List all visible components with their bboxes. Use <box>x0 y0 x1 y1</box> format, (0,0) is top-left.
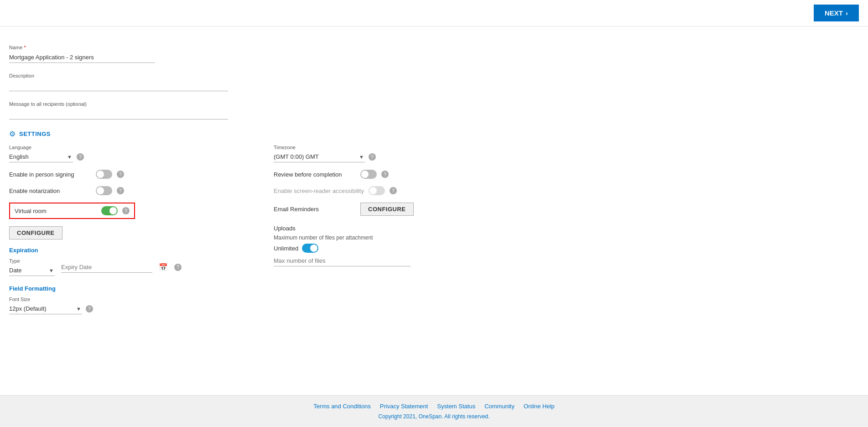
footer-company: OneSpan <box>418 413 442 420</box>
email-reminders-configure-button[interactable]: CONFIGURE <box>360 203 414 216</box>
virtual-room-label: Virtual room <box>15 208 97 214</box>
max-files-input[interactable] <box>274 255 411 266</box>
virtual-room-toggle[interactable] <box>101 206 118 215</box>
virtual-room-help-icon[interactable]: ? <box>122 207 130 214</box>
enable-notarization-toggle[interactable] <box>96 186 112 195</box>
font-size-select[interactable]: 12px (Default) 10px 14px 16px <box>9 303 82 314</box>
timezone-row: (GMT 0:00) GMT (GMT -5:00) EST ▼ ? <box>274 151 511 162</box>
next-button[interactable]: NEXT › <box>814 5 859 21</box>
expiration-title: Expiration <box>9 247 246 254</box>
screen-reader-toggle[interactable] <box>369 186 385 195</box>
timezone-help-icon[interactable]: ? <box>369 153 376 161</box>
description-field-group: Description <box>9 73 511 91</box>
enable-notarization-row: Enable notarization ? <box>9 186 246 195</box>
field-formatting-title: Field Formatting <box>9 285 246 292</box>
review-before-completion-toggle[interactable] <box>360 170 377 179</box>
footer-copyright-end: . All rights reserved. <box>442 413 489 420</box>
virtual-room-configure-button[interactable]: CONFIGURE <box>9 226 62 240</box>
enable-notarization-help-icon[interactable]: ? <box>117 187 124 194</box>
footer-links: Terms and Conditions Privacy Statement S… <box>9 403 859 410</box>
review-before-completion-label: Review before completion <box>274 171 356 178</box>
timezone-label: Timezone <box>274 145 511 150</box>
language-row: English French Spanish ▼ ? <box>9 151 246 162</box>
enable-notarization-label: Enable notarization <box>9 187 91 194</box>
footer: Terms and Conditions Privacy Statement S… <box>0 395 868 427</box>
settings-right-col: Timezone (GMT 0:00) GMT (GMT -5:00) EST … <box>274 145 511 321</box>
message-input[interactable] <box>9 109 228 120</box>
settings-title: SETTINGS <box>19 130 51 137</box>
message-field-group: Message to all recipients (optional) <box>9 101 511 120</box>
expiry-date-input[interactable] <box>61 262 152 273</box>
expiry-type-label: Type <box>9 258 55 264</box>
expiry-row: Type Date Days ▼ 📅 <box>9 258 246 276</box>
footer-copyright-text: Copyright 2021, <box>378 413 418 420</box>
language-group: Language English French Spanish ▼ ? <box>9 145 246 162</box>
unlimited-toggle[interactable] <box>302 244 318 253</box>
next-chevron-icon: › <box>846 9 848 17</box>
description-label: Description <box>9 73 511 78</box>
top-bar: NEXT › <box>0 0 868 26</box>
language-label: Language <box>9 145 246 150</box>
message-label: Message to all recipients (optional) <box>9 101 511 107</box>
unlimited-row: Unlimited <box>274 244 511 253</box>
page-wrapper: NEXT › Name Description Message to all r… <box>0 0 868 427</box>
review-help-icon[interactable]: ? <box>381 171 389 178</box>
enable-in-person-label: Enable in person signing <box>9 171 91 178</box>
enable-in-person-toggle[interactable] <box>96 170 112 179</box>
name-field-group: Name <box>9 45 511 63</box>
footer-link-system-status[interactable]: System Status <box>437 403 475 410</box>
settings-header: ⚙ SETTINGS <box>9 130 511 138</box>
font-size-row: 12px (Default) 10px 14px 16px ▼ ? <box>9 303 246 314</box>
uploads-max-label: Maximum number of files per attachment <box>274 234 511 241</box>
timezone-select-wrapper: (GMT 0:00) GMT (GMT -5:00) EST ▼ <box>274 151 365 162</box>
virtual-room-row: Virtual room ? <box>9 203 135 219</box>
virtual-room-group: Virtual room ? CONFIGURE <box>9 203 246 240</box>
settings-columns: Language English French Spanish ▼ ? <box>9 145 511 321</box>
language-select[interactable]: English French Spanish <box>9 151 73 162</box>
field-formatting-section: Field Formatting Font Size 12px (Default… <box>9 285 246 314</box>
review-before-completion-row: Review before completion ? <box>274 170 511 179</box>
name-label: Name <box>9 45 511 50</box>
enable-in-person-help-icon[interactable]: ? <box>117 171 124 178</box>
screen-reader-label: Enable screen-reader accessibility <box>274 187 364 194</box>
expiration-section: Expiration Type Date Days ▼ <box>9 247 246 276</box>
font-size-label: Font Size <box>9 297 246 302</box>
footer-link-online-help[interactable]: Online Help <box>524 403 555 410</box>
expiry-type-select-wrapper: Date Days ▼ <box>9 265 55 276</box>
description-input[interactable] <box>9 80 228 91</box>
next-button-label: NEXT <box>825 9 843 17</box>
language-help-icon[interactable]: ? <box>77 153 84 161</box>
main-content: Name Description Message to all recipien… <box>0 26 868 395</box>
unlimited-label: Unlimited <box>274 245 298 252</box>
screen-reader-row: Enable screen-reader accessibility ? <box>274 186 511 195</box>
email-reminders-row: Email Reminders CONFIGURE <box>274 203 511 216</box>
font-size-select-wrapper: 12px (Default) 10px 14px 16px ▼ <box>9 303 82 314</box>
uploads-title: Uploads <box>274 225 511 232</box>
font-size-group: Font Size 12px (Default) 10px 14px 16px <box>9 297 246 314</box>
expiry-help-icon[interactable]: ? <box>174 264 182 271</box>
expiry-type-select[interactable]: Date Days <box>9 265 55 276</box>
timezone-select[interactable]: (GMT 0:00) GMT (GMT -5:00) EST <box>274 151 365 162</box>
language-select-wrapper: English French Spanish ▼ <box>9 151 73 162</box>
settings-left-col: Language English French Spanish ▼ ? <box>9 145 246 321</box>
font-size-help-icon[interactable]: ? <box>86 305 93 312</box>
footer-link-community[interactable]: Community <box>484 403 515 410</box>
email-reminders-label: Email Reminders <box>274 206 356 213</box>
calendar-icon[interactable]: 📅 <box>159 263 168 271</box>
footer-link-privacy[interactable]: Privacy Statement <box>380 403 428 410</box>
name-input[interactable] <box>9 52 155 63</box>
uploads-section: Uploads Maximum number of files per atta… <box>274 225 511 266</box>
expiry-type-group: Type Date Days ▼ <box>9 258 55 276</box>
footer-link-terms[interactable]: Terms and Conditions <box>313 403 371 410</box>
form-section: Name Description Message to all recipien… <box>9 36 511 330</box>
footer-copyright: Copyright 2021, OneSpan. All rights rese… <box>9 413 859 420</box>
timezone-group: Timezone (GMT 0:00) GMT (GMT -5:00) EST … <box>274 145 511 162</box>
gear-icon: ⚙ <box>9 130 16 138</box>
enable-in-person-row: Enable in person signing ? <box>9 170 246 179</box>
screen-reader-help-icon[interactable]: ? <box>390 187 397 194</box>
